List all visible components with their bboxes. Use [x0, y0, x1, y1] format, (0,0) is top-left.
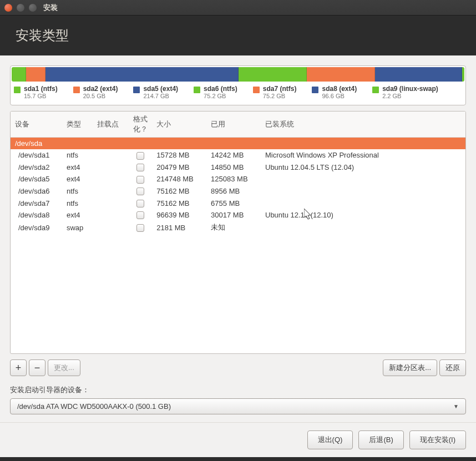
partition-map: sda1 (ntfs)15.7 GBsda2 (ext4)20.5 GBsda5… — [10, 65, 466, 105]
legend-color-swatch — [253, 87, 260, 93]
change-partition-button[interactable]: 更改... — [48, 359, 80, 376]
partition-table[interactable]: 设备 类型 挂载点 格式化？ 大小 已用 已装系统 /dev/sda/dev/s… — [11, 112, 465, 234]
cell-device: /dev/sda2 — [11, 161, 62, 174]
partition-segment[interactable] — [26, 67, 45, 82]
legend-item: sda8 (ext4)96.6 GB — [312, 85, 357, 99]
cell-used: 14850 MB — [206, 161, 261, 174]
cell-used: 未知 — [206, 221, 261, 234]
format-checkbox[interactable] — [136, 164, 144, 171]
th-mount[interactable]: 挂载点 — [93, 112, 129, 138]
table-row[interactable]: /dev/sda5ext4214748 MB125083 MB — [11, 173, 465, 185]
format-checkbox[interactable] — [136, 211, 144, 219]
cell-used: 8956 MB — [206, 185, 261, 197]
legend-color-swatch — [73, 87, 80, 93]
chevron-down-icon: ▼ — [453, 403, 459, 409]
partition-segment[interactable] — [45, 67, 239, 82]
legend-color-swatch — [14, 87, 21, 93]
partition-segment[interactable] — [462, 67, 464, 82]
quit-button[interactable]: 退出(Q) — [307, 430, 353, 449]
cell-size: 2181 MB — [152, 221, 206, 234]
cell-size: 214748 MB — [152, 173, 206, 185]
legend-name: sda6 (ntfs) — [204, 85, 237, 93]
minimize-icon[interactable] — [17, 4, 24, 12]
cell-type: ntfs — [62, 197, 93, 209]
partition-segment[interactable] — [307, 67, 375, 82]
format-checkbox[interactable] — [136, 176, 144, 184]
legend-name: sda5 (ext4) — [143, 85, 178, 93]
partition-toolbar: + − 更改... 新建分区表... 还原 — [10, 359, 466, 376]
legend-name: sda8 (ext4) — [322, 85, 357, 93]
cell-device: /dev/sda8 — [11, 209, 62, 221]
cell-size: 75162 MB — [152, 185, 206, 197]
legend-name: sda2 (ext4) — [83, 85, 118, 93]
legend-size: 96.6 GB — [322, 93, 357, 99]
cell-type: ext4 — [62, 173, 93, 185]
table-row[interactable]: /dev/sda9swap2181 MB未知 — [11, 221, 465, 234]
legend-size: 2.2 GB — [382, 93, 438, 99]
bootloader-section: 安装启动引导器的设备： /dev/sda ATA WDC WD5000AAKX-… — [10, 385, 466, 414]
cell-device: /dev/sda1 — [11, 149, 62, 161]
cell-system — [261, 221, 465, 234]
cell-system — [261, 185, 465, 197]
format-checkbox[interactable] — [136, 152, 144, 160]
cell-used: 125083 MB — [206, 173, 261, 185]
maximize-icon[interactable] — [29, 4, 37, 12]
legend-item: sda6 (ntfs)75.2 GB — [194, 85, 237, 99]
table-row[interactable]: /dev/sda6ntfs75162 MB8956 MB — [11, 185, 465, 197]
remove-partition-button[interactable]: − — [29, 359, 45, 376]
bootloader-value: /dev/sda ATA WDC WD5000AAKX-0 (500.1 GB) — [17, 402, 171, 411]
cell-type: swap — [62, 221, 93, 234]
bootloader-combobox[interactable]: /dev/sda ATA WDC WD5000AAKX-0 (500.1 GB)… — [10, 398, 466, 414]
th-type[interactable]: 类型 — [62, 112, 93, 138]
cell-device: /dev/sda5 — [11, 173, 62, 185]
cell-size: 20479 MB — [152, 161, 206, 174]
th-used[interactable]: 已用 — [206, 112, 261, 138]
legend-size: 75.2 GB — [263, 93, 297, 99]
partition-segment[interactable] — [375, 67, 462, 82]
cell-mount — [93, 221, 129, 234]
cell-system: Ubuntu 12.10 (12.10) — [261, 209, 465, 221]
cell-size: 15728 MB — [152, 149, 206, 161]
table-row[interactable]: /dev/sda1ntfs15728 MB14242 MBMicrosoft W… — [11, 149, 465, 161]
partition-segment[interactable] — [239, 67, 307, 82]
add-partition-button[interactable]: + — [10, 359, 27, 376]
back-button[interactable]: 后退(B) — [358, 430, 403, 449]
partition-bar — [12, 67, 464, 82]
partition-segment[interactable] — [12, 67, 26, 82]
legend-color-swatch — [194, 87, 200, 93]
cell-mount — [93, 209, 129, 221]
revert-button[interactable]: 还原 — [439, 359, 466, 376]
bootloader-label: 安装启动引导器的设备： — [10, 385, 466, 395]
cell-system — [261, 173, 465, 185]
th-device[interactable]: 设备 — [11, 112, 62, 138]
close-icon[interactable] — [4, 4, 12, 12]
format-checkbox[interactable] — [136, 200, 144, 207]
legend-item: sda7 (ntfs)75.2 GB — [253, 85, 297, 99]
format-checkbox[interactable] — [136, 188, 144, 195]
new-partition-table-button[interactable]: 新建分区表... — [383, 359, 437, 376]
cell-type: ntfs — [62, 149, 93, 161]
th-size[interactable]: 大小 — [152, 112, 206, 138]
th-format[interactable]: 格式化？ — [129, 112, 152, 138]
legend-item: sda1 (ntfs)15.7 GB — [14, 85, 58, 99]
legend-size: 15.7 GB — [24, 93, 58, 99]
legend-size: 214.7 GB — [143, 93, 178, 99]
legend-color-swatch — [312, 87, 318, 93]
th-system[interactable]: 已装系统 — [261, 112, 465, 138]
table-row[interactable]: /dev/sda7ntfs75162 MB6755 MB — [11, 197, 465, 209]
cell-type: ext4 — [62, 161, 93, 174]
cell-mount — [93, 197, 129, 209]
cell-size: 96639 MB — [152, 209, 206, 221]
step-indicator: 查字典 教程网 jiaocheng.chazidian.com — [0, 457, 476, 461]
cell-size: 75162 MB — [152, 197, 206, 209]
table-row[interactable]: /dev/sda8ext496639 MB30017 MBUbuntu 12.1… — [11, 209, 465, 221]
titlebar: 安装 — [0, 0, 476, 16]
table-row-disk[interactable]: /dev/sda — [11, 138, 465, 150]
format-checkbox[interactable] — [136, 224, 144, 232]
page-title: 安装类型 — [16, 27, 460, 44]
table-row[interactable]: /dev/sda2ext420479 MB14850 MBUbuntu 12.0… — [11, 161, 465, 174]
install-now-button[interactable]: 现在安装(I) — [409, 430, 466, 449]
legend-item: sda5 (ext4)214.7 GB — [133, 85, 178, 99]
legend-color-swatch — [372, 87, 379, 93]
cell-mount — [93, 173, 129, 185]
